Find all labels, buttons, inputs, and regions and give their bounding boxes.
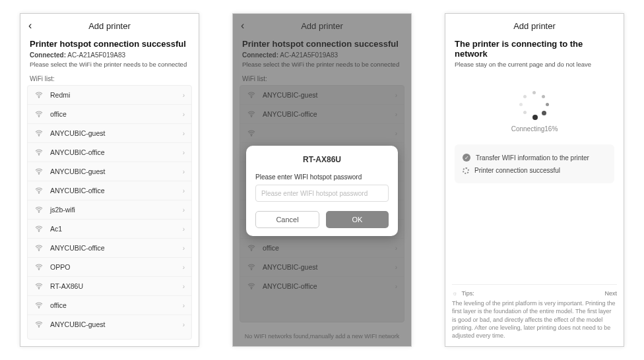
wifi-icon xyxy=(34,301,44,309)
wifi-row[interactable]: Ac1› xyxy=(28,220,191,239)
status-label: Printer connection successful xyxy=(474,167,560,174)
wifi-list-label: WiFi list: xyxy=(30,75,189,82)
wifi-list[interactable]: Redmi›office›ANYCUBIC-guest›ANYCUBIC-off… xyxy=(27,85,192,340)
chevron-right-icon: › xyxy=(183,206,185,214)
tips-body: The leveling of the print platform is ve… xyxy=(452,299,617,340)
svg-point-6 xyxy=(38,212,39,212)
chevron-right-icon: › xyxy=(183,245,185,252)
wifi-row[interactable]: RT-AX86U› xyxy=(28,277,191,296)
loading-icon xyxy=(463,167,469,174)
chevron-right-icon: › xyxy=(183,168,185,175)
chevron-right-icon: › xyxy=(183,321,185,328)
wifi-row[interactable]: ANYCUBIC-office› xyxy=(28,239,191,258)
wifi-row[interactable]: ANYCUBIC-guest› xyxy=(28,162,191,181)
status-box: ✓ Transfer WIFI information to the print… xyxy=(455,144,614,183)
wifi-icon xyxy=(34,110,44,118)
tips-label: ☼ Tips: xyxy=(452,290,474,297)
screen-wifi-password: ‹ Add printer Printer hotspot connection… xyxy=(232,13,412,347)
wifi-ssid: ANYCUBIC-guest xyxy=(50,129,176,137)
tips-section: ☼ Tips: Next The leveling of the print p… xyxy=(452,284,617,340)
wifi-icon xyxy=(34,129,44,137)
connected-label: Connected: xyxy=(30,51,66,59)
headline: Printer hotspot connection successful xyxy=(30,39,189,49)
wifi-ssid: ANYCUBIC-guest xyxy=(50,167,176,175)
svg-point-9 xyxy=(38,269,39,270)
wifi-ssid: js2b-wifi xyxy=(50,206,176,214)
wifi-icon xyxy=(34,320,44,328)
headline: The printer is connecting to the network xyxy=(455,39,614,59)
wifi-ssid: RT-AX86U xyxy=(50,282,176,290)
svg-point-2 xyxy=(38,135,39,136)
wifi-row[interactable]: ANYCUBIC-guest› xyxy=(28,315,191,334)
wifi-ssid: ANYCUBIC-office xyxy=(50,148,176,156)
password-modal: RT-AX86U Please enter WIFI hotspot passw… xyxy=(246,146,398,236)
page-title: Add printer xyxy=(88,21,131,31)
wifi-row[interactable]: js2b-wifi› xyxy=(28,200,191,220)
wifi-icon xyxy=(34,244,44,252)
header-section: Printer hotspot connection successful Co… xyxy=(20,38,199,69)
topbar: Add printer xyxy=(445,14,624,38)
password-input[interactable] xyxy=(255,185,389,202)
svg-point-8 xyxy=(38,250,39,251)
wifi-icon xyxy=(34,206,44,214)
connected-row: Connected: AC-A21A5F019A83 xyxy=(30,51,189,59)
modal-prompt: Please enter WIFI hotspot password xyxy=(255,173,389,181)
svg-point-0 xyxy=(38,97,39,98)
wifi-ssid: Ac1 xyxy=(50,225,176,233)
chevron-right-icon: › xyxy=(183,130,185,137)
progress-text: Connecting16% xyxy=(455,125,614,133)
spinner-icon xyxy=(518,88,551,121)
check-icon: ✓ xyxy=(463,154,470,162)
status-label: Transfer WIFI information to the printer xyxy=(476,154,589,162)
wifi-row[interactable]: office› xyxy=(28,296,191,315)
header-section: The printer is connecting to the network… xyxy=(445,38,624,69)
status-row-connection: Printer connection successful xyxy=(463,164,606,177)
screen-connecting: Add printer The printer is connecting to… xyxy=(445,13,624,347)
screen-wifi-list: ‹ Add printer Printer hotspot connection… xyxy=(20,13,199,347)
wifi-row[interactable]: ANYCUBIC-office› xyxy=(28,143,191,162)
svg-point-4 xyxy=(38,173,39,174)
modal-ssid: RT-AX86U xyxy=(255,155,389,164)
wifi-ssid: OPPO xyxy=(50,263,176,271)
connected-value: AC-A21A5F019A83 xyxy=(67,51,125,59)
wifi-ssid: office xyxy=(50,301,176,309)
svg-point-3 xyxy=(38,154,39,155)
wifi-icon xyxy=(34,91,44,99)
next-button[interactable]: Next xyxy=(604,290,617,297)
wifi-row[interactable]: ANYCUBIC-guest› xyxy=(28,124,191,143)
wifi-row[interactable]: ANYCUBIC-office› xyxy=(28,181,191,200)
wifi-ssid: ANYCUBIC-office xyxy=(50,244,176,252)
wifi-ssid: ANYCUBIC-office xyxy=(50,187,176,195)
svg-point-10 xyxy=(38,288,39,289)
wifi-icon xyxy=(34,263,44,271)
status-row-transfer: ✓ Transfer WIFI information to the print… xyxy=(463,151,606,164)
cancel-button[interactable]: Cancel xyxy=(255,211,319,228)
wifi-icon xyxy=(34,167,44,175)
wifi-row[interactable]: Redmi› xyxy=(28,86,191,105)
chevron-right-icon: › xyxy=(183,149,185,156)
wifi-row[interactable]: office› xyxy=(28,105,191,124)
chevron-right-icon: › xyxy=(183,111,185,118)
chevron-right-icon: › xyxy=(183,92,185,99)
wifi-ssid: ANYCUBIC-guest xyxy=(50,320,176,328)
chevron-right-icon: › xyxy=(183,187,185,195)
wifi-icon xyxy=(34,187,44,195)
wifi-row[interactable]: OPPO› xyxy=(28,258,191,277)
wifi-icon xyxy=(34,148,44,156)
svg-point-7 xyxy=(38,231,39,231)
ok-button[interactable]: OK xyxy=(326,211,389,228)
chevron-right-icon: › xyxy=(183,225,185,233)
instruction-text: Please select the WiFi the printer needs… xyxy=(30,61,189,69)
chevron-right-icon: › xyxy=(183,264,185,271)
chevron-right-icon: › xyxy=(183,283,185,290)
page-title: Add printer xyxy=(513,21,556,31)
wifi-ssid: Redmi xyxy=(50,91,176,99)
back-icon[interactable]: ‹ xyxy=(28,20,32,32)
svg-point-12 xyxy=(38,326,39,327)
bulb-icon: ☼ xyxy=(452,290,457,297)
svg-point-5 xyxy=(38,193,39,193)
instruction-text: Please stay on the current page and do n… xyxy=(455,61,614,69)
topbar: ‹ Add printer xyxy=(20,14,199,38)
wifi-icon xyxy=(34,225,44,233)
svg-point-11 xyxy=(38,307,39,308)
